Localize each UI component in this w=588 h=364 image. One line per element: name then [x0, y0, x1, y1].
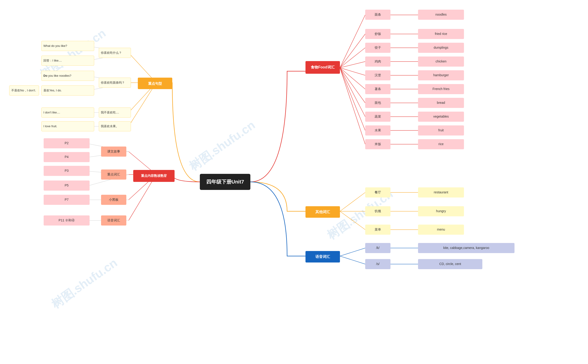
svg-line-4 [340, 68, 365, 75]
sentence-pattern-label: 重点句型 [148, 81, 162, 86]
food-en-6: bread [418, 98, 464, 108]
food-vocab-label: 食物Food词汇 [311, 65, 334, 70]
sent-item-4a: I love fruit. [41, 121, 94, 131]
center-label: 四年级下册Unit7 [206, 178, 244, 186]
sent-group1-q: 你喜欢吃什么？ [99, 48, 131, 58]
other-vocab-node: 其他词汇 [306, 206, 340, 218]
svg-line-22 [340, 211, 365, 230]
food-cn-4: 汉堡 [365, 70, 391, 80]
phonics-en-0: kite, cabbage,camera, kangaroo [418, 243, 515, 253]
memorize-label: 重点内容熟读熟背 [141, 174, 167, 178]
food-en-8: fruit [418, 125, 464, 136]
food-en-4: hamburger [418, 70, 464, 80]
svg-line-8 [340, 68, 365, 130]
svg-line-6 [340, 68, 365, 103]
story-group-node: 课文故事 [101, 147, 126, 157]
watermark-2: 树图.shufu.cn [186, 117, 258, 175]
food-en-9: rice [418, 139, 464, 149]
food-en-5: French fries [418, 84, 464, 94]
phonics-en-1: CD, circle, cent [418, 259, 482, 269]
phonics-node: 语音词汇 [306, 251, 340, 262]
food-en-3: chicken [418, 57, 464, 67]
center-node: 四年级下册Unit7 [200, 174, 250, 190]
phonics-cn-0: /k/ [365, 243, 391, 253]
svg-line-9 [340, 68, 365, 144]
other-en-1: hungry [418, 206, 464, 216]
sent-item-2a: Do you like noodles? [41, 71, 94, 81]
food-en-0: noodles [418, 10, 464, 20]
page-p5: P5 [44, 181, 90, 191]
svg-line-1 [340, 34, 365, 68]
sent-item-no: 不喜欢No，I don't. [9, 85, 39, 96]
food-cn-2: 饺子 [365, 43, 391, 53]
food-cn-0: 面条 [365, 10, 391, 20]
watermark-4: 树图.shufu.cn [48, 255, 121, 312]
sent-group4-q: 我喜欢水果。 [99, 121, 131, 131]
svg-line-2 [340, 48, 365, 68]
svg-line-3 [340, 62, 365, 68]
svg-line-0 [340, 15, 365, 68]
phonics-cn-1: /s/ [365, 259, 391, 269]
other-cn-2: 菜单 [365, 225, 391, 235]
food-vocab-node: 食物Food词汇 [306, 61, 340, 74]
food-en-7: vegetables [418, 112, 464, 122]
food-en-2: dumplings [418, 43, 464, 53]
other-en-2: menu [418, 225, 464, 235]
sent-group2-q: 你喜欢吃面条吗？ [99, 78, 131, 88]
page-p11: P11 ②和④ [44, 215, 90, 226]
food-cn-9: 米饭 [365, 139, 391, 149]
page-p3: P3 [44, 166, 90, 176]
sent-item-2b: 喜欢Yes, I do. [41, 85, 94, 96]
sent-item-1b: 回答：I like.... [41, 56, 94, 66]
food-cn-1: 炒饭 [365, 29, 391, 39]
phonics-group-node: 语音词汇 [101, 215, 126, 226]
svg-line-20 [340, 192, 365, 211]
sent-item-1a: What do you like? [41, 41, 94, 51]
svg-line-5 [340, 68, 365, 89]
other-en-0: restaurant [418, 187, 464, 197]
food-cn-5: 薯条 [365, 84, 391, 94]
memorize-node: 重点内容熟读熟背 [133, 170, 175, 182]
blackboard-group-node: 小黑板 [101, 195, 126, 205]
food-cn-6: 面包 [365, 98, 391, 108]
svg-line-33 [129, 83, 156, 126]
svg-line-27 [340, 256, 365, 264]
other-cn-1: 饥饿 [365, 206, 391, 216]
vocab-group-node: 重点词汇 [101, 169, 126, 180]
phonics-label: 语音词汇 [315, 254, 330, 259]
page-p7: P7 [44, 195, 90, 205]
mindmap-container: 树图.shufu.cn 树图.shufu.cn 树图.shufu.cn 树图.s… [0, 0, 588, 364]
other-cn-0: 餐厅 [365, 187, 391, 197]
food-en-1: fried rice [418, 29, 464, 39]
svg-line-26 [340, 248, 365, 256]
sentence-pattern-node: 重点句型 [138, 78, 172, 89]
sent-group3-q: 我不喜欢吃.... [99, 107, 131, 117]
page-p4: P4 [44, 152, 90, 162]
sent-item-3a: I don't like.... [41, 107, 94, 117]
food-cn-8: 水果 [365, 125, 391, 136]
svg-line-7 [340, 68, 365, 117]
food-cn-7: 蔬菜 [365, 112, 391, 122]
other-vocab-label: 其他词汇 [315, 209, 330, 214]
food-cn-3: 鸡肉 [365, 57, 391, 67]
page-p2: P2 [44, 138, 90, 148]
